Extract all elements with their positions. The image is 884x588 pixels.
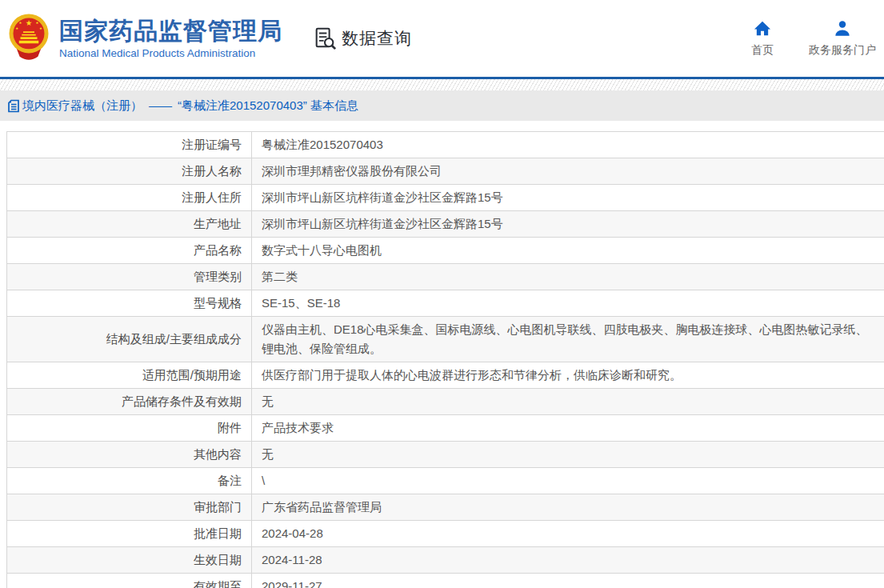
nav-item-home[interactable]: 首页 [751,20,774,58]
field-value: 数字式十八导心电图机 [252,238,884,264]
field-value: 无 [252,389,884,415]
field-value: 2024-04-28 [252,521,884,547]
field-value: 2024-11-28 [252,547,884,574]
breadcrumb-separator: —— [149,98,171,112]
nav-portal-label: 政务服务门户 [809,43,876,58]
table-row: 管理类别第二类 [7,264,884,290]
field-value: \ [252,468,884,494]
field-value: 粤械注准20152070403 [252,132,884,158]
field-value: 无 [252,442,884,468]
field-value: 广东省药品监督管理局 [252,494,884,521]
breadcrumb-category: 境内医疗器械（注册） [22,98,142,112]
field-label: 批准日期 [7,521,252,547]
nav-home-label: 首页 [751,43,774,58]
table-row: 结构及组成/主要组成成分仪器由主机、DE18心电采集盒、国标电源线、心电图机导联… [7,317,884,362]
table-row: 备注\ [7,468,884,494]
field-value: SE-15、SE-18 [252,290,884,317]
field-label: 适用范围/预期用途 [7,362,252,389]
field-label: 备注 [7,468,252,494]
header-nav: 首页 政务服务门户 [751,20,879,58]
page-title: “粤械注准20152070403” 基本信息 [178,98,358,112]
home-icon [754,20,771,38]
field-label: 附件 [7,415,252,442]
table-row: 批准日期2024-04-28 [7,521,884,547]
field-label: 结构及组成/主要组成成分 [7,317,252,362]
table-row: 有效期至2029-11-27 [7,574,884,588]
field-label: 产品储存条件及有效期 [7,389,252,415]
org-title-block: 国家药品监督管理局 National Medical Products Admi… [59,18,282,59]
nav-item-portal[interactable]: 政务服务门户 [809,20,876,58]
field-label: 注册证编号 [7,132,252,158]
field-label: 产品名称 [7,238,252,264]
field-value: 供医疗部门用于提取人体的心电波群进行形态和节律分析，供临床诊断和研究。 [252,362,884,389]
national-emblem-icon: ★ ★ ★ ★ ★ [6,12,51,65]
data-query-tab[interactable]: 数据查询 [313,26,412,50]
nmpa-logo[interactable]: ★ ★ ★ ★ ★ 国家药品监督管理局 National Medical Pro… [6,12,282,65]
org-subtitle: National Medical Products Administration [59,47,282,59]
site-header: ★ ★ ★ ★ ★ 国家药品监督管理局 National Medical Pro… [0,0,884,77]
table-row: 生效日期2024-11-28 [7,547,884,574]
table-row: 型号规格SE-15、SE-18 [7,290,884,317]
field-value: 仪器由主机、DE18心电采集盒、国标电源线、心电图机导联线、四肢电极夹、胸电极连… [252,317,884,362]
table-row: 附件产品技术要求 [7,415,884,442]
table-row: 产品名称数字式十八导心电图机 [7,238,884,264]
hatch-band [0,79,884,90]
field-label: 型号规格 [7,290,252,317]
document-icon [7,99,20,113]
table-row: 注册人住所深圳市坪山新区坑梓街道金沙社区金辉路15号 [7,185,884,211]
org-title: 国家药品监督管理局 [59,18,282,45]
field-label: 管理类别 [7,264,252,290]
field-label: 生效日期 [7,547,252,574]
table-row: 适用范围/预期用途供医疗部门用于提取人体的心电波群进行形态和节律分析，供临床诊断… [7,362,884,389]
table-row: 生产地址深圳市坪山新区坑梓街道金沙社区金辉路15号 [7,211,884,238]
svg-text:★: ★ [26,18,33,27]
field-value: 产品技术要求 [252,415,884,442]
document-search-icon [313,26,337,50]
data-query-label: 数据查询 [342,27,412,50]
field-value: 深圳市坪山新区坑梓街道金沙社区金辉路15号 [252,211,884,238]
table-row: 注册人名称深圳市理邦精密仪器股份有限公司 [7,158,884,185]
svg-text:★: ★ [39,26,42,30]
table-row: 其他内容无 [7,442,884,468]
field-value: 2029-11-27 [252,574,884,588]
table-row: 审批部门广东省药品监督管理局 [7,494,884,521]
svg-text:★: ★ [15,26,18,30]
field-label: 注册人名称 [7,158,252,185]
field-label: 有效期至 [7,574,252,588]
breadcrumb: 境内医疗器械（注册）——“粤械注准20152070403” 基本信息 [0,90,884,121]
table-row: 产品储存条件及有效期无 [7,389,884,415]
field-value: 第二类 [252,264,884,290]
field-label: 审批部门 [7,494,252,521]
field-label: 其他内容 [7,442,252,468]
field-value: 深圳市坪山新区坑梓街道金沙社区金辉路15号 [252,185,884,211]
table-row: 注册证编号粤械注准20152070403 [7,132,884,158]
user-icon [834,20,851,38]
breadcrumb-text: 境内医疗器械（注册）——“粤械注准20152070403” 基本信息 [22,98,358,114]
field-value: 深圳市理邦精密仪器股份有限公司 [252,158,884,185]
field-label: 生产地址 [7,211,252,238]
registration-info-table: 注册证编号粤械注准20152070403 注册人名称深圳市理邦精密仪器股份有限公… [6,131,884,588]
field-label: 注册人住所 [7,185,252,211]
